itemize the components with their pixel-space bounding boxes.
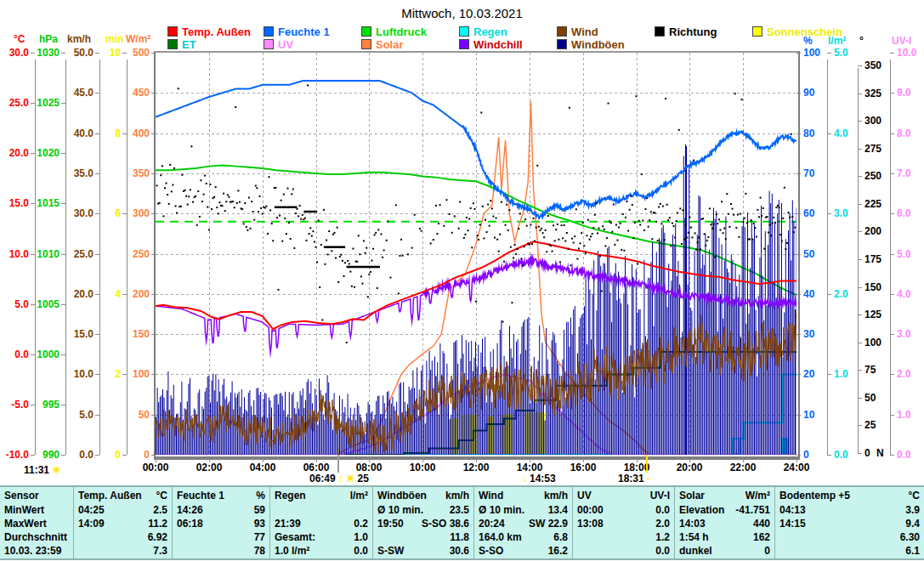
axis-tick-uvi xyxy=(890,415,894,416)
table-row: 04:252.5 xyxy=(78,504,167,518)
axis-tick-hpa xyxy=(61,103,65,104)
axis-tick-deg xyxy=(858,121,862,122)
cell-left: dunkel xyxy=(679,545,712,558)
table-row: S-SW30.6 xyxy=(377,545,469,558)
legend-swatch-icon xyxy=(264,26,274,37)
sunset-arrow-icon: ↓ xyxy=(522,473,527,484)
legend-item-uv: UV xyxy=(264,39,293,49)
table-column-header: Feuchte 1% xyxy=(177,490,265,504)
legend-swatch-icon xyxy=(655,26,665,37)
axis-tick-label-pct: 90 xyxy=(803,88,814,98)
x-axis-label: 04:00 xyxy=(243,462,282,473)
afternoon-annotation: ↓14:53 xyxy=(522,473,556,484)
axis-tick-label-deg: 0 xyxy=(864,448,870,458)
axis-tick-deg xyxy=(858,65,862,66)
axis-tick-label-kmh: 5.0 xyxy=(54,410,94,420)
axis-tick-kmh xyxy=(95,415,99,416)
cell-value: 3.9 xyxy=(905,504,920,518)
axis-unit-deg: ° xyxy=(859,35,864,47)
column-unit: W/m² xyxy=(745,490,770,504)
axis-tick-label-deg: 225 xyxy=(864,199,881,209)
column-unit: l/m² xyxy=(350,490,368,504)
axis-tick-label-deg: 300 xyxy=(864,116,881,126)
table-row: 19:50S-SO 38.6 xyxy=(377,518,469,531)
axis-unit-min: min xyxy=(105,33,123,45)
legend-item-et: ET xyxy=(167,39,196,49)
legend-item-temp-au-en: Temp. Außen xyxy=(167,26,251,37)
column-name: Regen xyxy=(275,490,306,504)
cell-left: 1.0 l/m² xyxy=(275,545,309,558)
axis-tick-label-uvi: 9.0 xyxy=(897,88,911,98)
table-row: Elevation-41.751 xyxy=(679,504,770,518)
column-name: Bodentemp +5 xyxy=(779,490,850,504)
axis-tick-label-hpa: 1015 xyxy=(20,198,60,208)
axis-tick-label-lm2: 4.0 xyxy=(834,128,848,139)
axis-tick-label-wm2: 500 xyxy=(111,48,150,58)
table-row-label: MinWert xyxy=(4,504,69,518)
row-label-text: MaxWert xyxy=(4,518,47,531)
x-axis-tick xyxy=(743,458,744,462)
table-row: 06:1893 xyxy=(177,518,265,531)
axis-tick-label-lm2: 3.0 xyxy=(834,208,848,218)
axis-tick-label-deg: 175 xyxy=(864,254,881,264)
cell-left: 06:18 xyxy=(177,518,203,531)
axis-event-marker xyxy=(646,455,648,473)
cell-value: 16.2 xyxy=(548,545,568,558)
sun-icon: ☀ xyxy=(52,464,61,476)
axis-tick-kmh xyxy=(95,254,99,255)
cell-value: 0.2 xyxy=(354,518,368,531)
sunrise-annotation: 06:49↑☀25 xyxy=(309,473,369,484)
row-label-text: Durchschnitt xyxy=(4,531,67,545)
cell-value: 78 xyxy=(254,545,265,558)
axis-tick-label-wm2: 350 xyxy=(111,168,150,178)
table-column-bodentemp-5: Bodentemp +5°C04:133.914:159.46.306.1 xyxy=(774,487,924,558)
cell-left: 14:09 xyxy=(78,518,105,531)
table-row: 14:2659 xyxy=(177,504,265,518)
axis-unit-lm2: l/m² xyxy=(828,35,846,47)
table-row: 77 xyxy=(177,531,265,545)
cell-left: Ø 10 min. xyxy=(377,504,423,518)
axis-line-uvi xyxy=(890,60,891,455)
table-row: Gesamt:1.0 xyxy=(275,531,368,545)
cell-value: 1.0 xyxy=(354,531,368,545)
axis-line-lm2 xyxy=(827,60,828,455)
axis-tick-label-uvi: 0.0 xyxy=(897,450,911,460)
table-row: 7.3 xyxy=(78,545,167,558)
table-row-label: MaxWert xyxy=(4,518,69,531)
x-axis-tick xyxy=(476,458,477,462)
cell-left: 14:26 xyxy=(177,504,203,518)
axis-tick-lm2 xyxy=(827,53,831,54)
x-axis-label: 20:00 xyxy=(670,462,709,473)
axis-tick-deg xyxy=(858,370,862,371)
axis-tick-label-uvi: 4.0 xyxy=(897,289,911,299)
legend-label: Regen xyxy=(473,26,507,38)
axis-tick-uvi xyxy=(890,93,894,94)
axis-tick-hpa xyxy=(61,354,65,355)
legend-label: Windböen xyxy=(571,38,625,51)
legend-item-windchill: Windchill xyxy=(459,39,523,49)
cell-left: 13:08 xyxy=(577,518,604,531)
table-row: 6.92 xyxy=(78,531,167,545)
axis-tick-deg xyxy=(858,425,862,426)
table-row: 20:24SW 22.9 xyxy=(479,518,568,531)
cell-value: 2.5 xyxy=(153,504,167,518)
cell-value: 11.2 xyxy=(148,518,167,531)
sunset-annotation: 18:31▫ xyxy=(618,473,650,484)
axis-tick-label-uvi: 2.0 xyxy=(897,369,911,379)
column-unit: km/h xyxy=(445,490,469,504)
cell-left: Gesamt: xyxy=(275,531,315,545)
table-column-header: Bodentemp +5°C xyxy=(779,490,920,504)
table-row: Ø 10 min.23.5 xyxy=(377,504,469,518)
table-row: 04:133.9 xyxy=(779,504,920,518)
cell-left: S-SO xyxy=(479,545,503,558)
column-unit: km/h xyxy=(544,490,568,504)
cell-value: 7.3 xyxy=(153,545,167,558)
axis-tick-label-hpa: 1025 xyxy=(20,98,60,108)
table-row: 13:082.0 xyxy=(577,518,670,531)
axis-tick-kmh xyxy=(95,93,99,94)
cell-left: S-SW xyxy=(377,545,404,558)
table-row: 14:0911.2 xyxy=(78,518,167,531)
axis-tick-hpa xyxy=(61,304,65,305)
table-row: 164.0 km6.8 xyxy=(479,531,568,545)
axis-tick-uvi xyxy=(890,213,894,214)
